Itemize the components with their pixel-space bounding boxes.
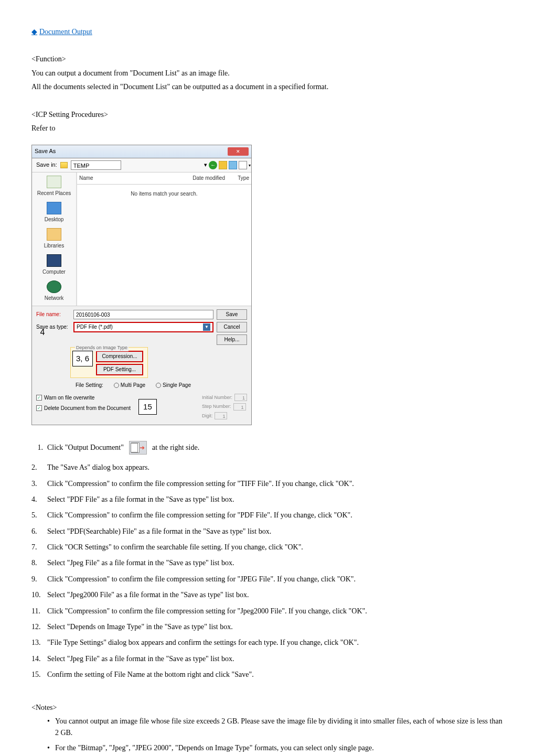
- save-as-type-combo[interactable]: PDF File (*.pdf) ▼: [73, 322, 213, 332]
- list-item: 4.Select "PDF File" as a file format in …: [31, 494, 504, 505]
- function-label: <Function>: [31, 53, 504, 65]
- cancel-button[interactable]: Cancel: [217, 322, 247, 332]
- callout-15: 15: [138, 399, 157, 415]
- step-1-pre: Click "Output Document": [47, 442, 124, 453]
- radio-multi-page[interactable]: Multi Page: [114, 381, 145, 390]
- folder-icon: [60, 162, 68, 168]
- list-item: 7.Click "OCR Settings" to confirm the se…: [31, 542, 504, 553]
- list-item: 14.Select "Jpeg File" as a file format i…: [31, 653, 504, 665]
- step-number-input[interactable]: 1: [233, 403, 246, 411]
- place-network[interactable]: Network: [45, 280, 64, 303]
- new-folder-icon[interactable]: [229, 161, 237, 169]
- list-item: 13."File Type Settings" dialog box appea…: [31, 637, 504, 649]
- checkbox-icon: ✓: [36, 395, 42, 401]
- close-icon[interactable]: ✕: [228, 147, 249, 156]
- chk-warn-overwrite[interactable]: ✓Warn on file overwrite: [36, 394, 131, 402]
- procedures-refer: Refer to: [31, 123, 504, 134]
- list-item: 5.Click "Compression" to confirm the fil…: [31, 510, 504, 521]
- dialog-titlebar: Save As ✕: [32, 145, 251, 158]
- chk-delete-document[interactable]: ✓Delete Document from the Document: [36, 404, 131, 413]
- initial-number-label: Initial Number:: [202, 394, 232, 401]
- place-libraries[interactable]: Libraries: [44, 228, 64, 250]
- file-setting-label: File Setting:: [76, 381, 103, 390]
- recent-places-icon: [47, 176, 61, 188]
- list-item: 10.Select "Jpeg2000 File" as a file form…: [31, 589, 504, 601]
- output-document-icon: [129, 441, 147, 455]
- place-computer[interactable]: Computer: [42, 254, 66, 276]
- radio-icon: [156, 383, 161, 388]
- view-menu-icon[interactable]: [239, 161, 247, 169]
- computer-icon: [47, 254, 61, 267]
- back-icon[interactable]: [209, 161, 217, 169]
- save-in-value: TEMP: [73, 163, 90, 169]
- list-item: 9.Click "Compression" to confirm the fil…: [31, 574, 504, 585]
- list-item: 12.Select "Depends on Image Type" in the…: [31, 621, 504, 633]
- save-button[interactable]: Save: [217, 309, 247, 320]
- list-item: 3.Click "Compression" to confirm the fil…: [31, 478, 504, 490]
- initial-number-input[interactable]: 1: [234, 394, 247, 401]
- network-icon: [47, 280, 61, 293]
- list-item: 8.Select "Jpeg File" as a file format in…: [31, 557, 504, 569]
- numbering-group: Initial Number:1 Step Number:1 Digit:1: [202, 394, 247, 419]
- up-folder-icon[interactable]: [219, 161, 227, 169]
- col-name[interactable]: Name: [79, 174, 176, 182]
- depends-on-image-type-group: Depends on Image Type 3, 6 Compression..…: [70, 347, 148, 378]
- compression-button[interactable]: Compression...: [96, 351, 143, 362]
- place-desktop[interactable]: Desktop: [45, 202, 64, 224]
- list-item: 6.Select "PDF(Searchable) File" as a fil…: [31, 526, 504, 537]
- file-name-label: File name:: [36, 310, 70, 319]
- document-output-link[interactable]: Document Output: [31, 26, 504, 38]
- places-bar: Recent Places Desktop Libraries Computer…: [32, 172, 77, 306]
- list-item: 2.The "Save As" dialog box appears.: [31, 462, 504, 473]
- function-line1: You can output a document from "Document…: [31, 68, 504, 79]
- col-date[interactable]: Date modified: [176, 174, 228, 182]
- callout-3-6: 3, 6: [72, 351, 93, 366]
- pdf-setting-button[interactable]: PDF Setting...: [96, 364, 143, 375]
- notes-list: You cannot output an image file whose fi…: [31, 716, 504, 754]
- step-1: 1. Click "Output Document" at the right …: [31, 441, 504, 455]
- place-recent[interactable]: Recent Places: [37, 176, 71, 198]
- save-as-type-value: PDF File (*.pdf): [77, 323, 113, 331]
- dialog-title: Save As: [35, 147, 56, 156]
- function-line2: All the documents selected in "Document …: [31, 81, 504, 93]
- step-number: 1.: [31, 442, 43, 453]
- step-1-post: at the right side.: [152, 442, 199, 453]
- step-number-label: Step Number:: [202, 403, 231, 410]
- digit-label: Digit:: [202, 412, 213, 419]
- dropdown-arrow-icon[interactable]: ▾: [204, 160, 207, 170]
- libraries-icon: [47, 228, 61, 241]
- col-type[interactable]: Type: [228, 174, 249, 182]
- dialog-toolbar: Save in: TEMP ▾: [32, 158, 251, 172]
- help-button[interactable]: Help...: [217, 334, 247, 345]
- heading-text: Document Output: [39, 26, 92, 38]
- radio-single-page[interactable]: Single Page: [156, 381, 191, 390]
- save-in-label: Save in:: [36, 160, 57, 170]
- no-items-text: No items match your search.: [77, 185, 251, 198]
- procedures-label: <ICP Setting Procedures>: [31, 109, 504, 121]
- file-list: Name Date modified Type No items match y…: [77, 172, 251, 306]
- list-item: For the "Bitmap", "Jpeg", "JPEG 2000", "…: [31, 742, 504, 754]
- file-name-input[interactable]: 20160106-003: [73, 310, 213, 319]
- list-item: 11.Click "Compression" to confirm the fi…: [31, 606, 504, 617]
- list-item: 15.Confirm the setting of File Name at t…: [31, 669, 504, 681]
- digit-input[interactable]: 1: [215, 412, 227, 419]
- radio-icon: [114, 383, 119, 388]
- save-in-dropdown[interactable]: TEMP: [71, 160, 122, 170]
- steps-list: 2.The "Save As" dialog box appears. 3.Cl…: [31, 462, 504, 681]
- list-item: You cannot output an image file whose fi…: [31, 716, 504, 739]
- callout-4: 4: [37, 321, 48, 344]
- checkbox-icon: ✓: [36, 405, 42, 411]
- save-as-dialog: Save As ✕ Save in: TEMP ▾ Recent Places …: [31, 145, 252, 425]
- desktop-icon: [47, 202, 61, 214]
- chevron-down-icon: ▼: [203, 323, 210, 331]
- notes-label: <Notes>: [31, 702, 504, 714]
